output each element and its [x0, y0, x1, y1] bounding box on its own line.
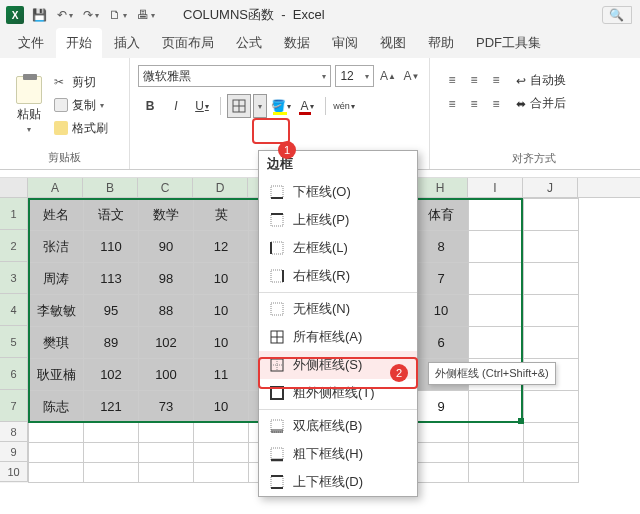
decrease-font-icon[interactable]: A▼ — [402, 65, 421, 87]
cell[interactable] — [139, 443, 194, 463]
border-menu-item[interactable]: 无框线(N) — [259, 295, 417, 323]
col-header[interactable]: A — [28, 178, 83, 197]
cell[interactable] — [194, 463, 249, 483]
search-box[interactable]: 🔍 — [602, 6, 632, 24]
cell[interactable]: 11 — [194, 359, 249, 391]
font-color-button[interactable]: A▾ — [295, 94, 319, 118]
row-header[interactable]: 1 — [0, 198, 28, 230]
underline-button[interactable]: U▾ — [190, 94, 214, 118]
border-button[interactable] — [227, 94, 251, 118]
cell[interactable]: 90 — [139, 231, 194, 263]
cell[interactable]: 95 — [84, 295, 139, 327]
paste-button[interactable]: 粘贴 ▾ — [8, 62, 50, 148]
cell[interactable]: 9 — [414, 391, 469, 423]
col-header[interactable]: C — [138, 178, 193, 197]
cell[interactable] — [524, 423, 579, 443]
cell[interactable]: 10 — [414, 295, 469, 327]
cell[interactable]: 110 — [84, 231, 139, 263]
row-header[interactable]: 2 — [0, 230, 28, 262]
col-header[interactable]: I — [468, 178, 523, 197]
cell[interactable] — [29, 423, 84, 443]
copy-button[interactable]: 复制▾ — [54, 97, 108, 114]
tab-pdf[interactable]: PDF工具集 — [466, 28, 551, 58]
cell[interactable]: 语文 — [84, 199, 139, 231]
tab-home[interactable]: 开始 — [56, 28, 102, 58]
cell[interactable] — [414, 443, 469, 463]
row-header[interactable]: 5 — [0, 326, 28, 358]
row-header[interactable]: 6 — [0, 358, 28, 390]
tab-data[interactable]: 数据 — [274, 28, 320, 58]
font-size-select[interactable]: 12▾ — [335, 65, 374, 87]
cell[interactable] — [524, 463, 579, 483]
cell[interactable]: 98 — [139, 263, 194, 295]
cell[interactable] — [29, 463, 84, 483]
cell[interactable]: 100 — [139, 359, 194, 391]
cell[interactable] — [84, 463, 139, 483]
cell[interactable] — [84, 443, 139, 463]
align-left-icon[interactable]: ≡ — [442, 94, 462, 114]
cell[interactable] — [524, 295, 579, 327]
cell[interactable] — [469, 423, 524, 443]
cell[interactable] — [139, 423, 194, 443]
increase-font-icon[interactable]: A▲ — [378, 65, 397, 87]
border-menu-item[interactable]: 粗外侧框线(T) — [259, 379, 417, 407]
cell[interactable]: 陈志 — [29, 391, 84, 423]
cell[interactable] — [469, 263, 524, 295]
cell[interactable] — [524, 443, 579, 463]
row-header[interactable]: 8 — [0, 422, 28, 442]
cell[interactable] — [524, 199, 579, 231]
cell[interactable]: 88 — [139, 295, 194, 327]
align-bottom-icon[interactable]: ≡ — [486, 70, 506, 90]
cell[interactable]: 12 — [194, 231, 249, 263]
cell[interactable] — [29, 443, 84, 463]
cell[interactable]: 102 — [139, 327, 194, 359]
border-menu-item[interactable]: 粗下框线(H) — [259, 440, 417, 468]
cell[interactable] — [469, 327, 524, 359]
cell[interactable] — [469, 391, 524, 423]
new-file-icon[interactable]: 🗋▾ — [109, 8, 127, 22]
cell[interactable] — [469, 231, 524, 263]
cell[interactable]: 10 — [194, 327, 249, 359]
tab-insert[interactable]: 插入 — [104, 28, 150, 58]
row-header[interactable]: 4 — [0, 294, 28, 326]
tab-layout[interactable]: 页面布局 — [152, 28, 224, 58]
format-painter-button[interactable]: 格式刷 — [54, 120, 108, 137]
cell[interactable]: 7 — [414, 263, 469, 295]
row-header[interactable]: 10 — [0, 462, 28, 482]
merge-center-button[interactable]: ⬌合并后 — [516, 95, 566, 112]
cell[interactable] — [139, 463, 194, 483]
cell[interactable] — [524, 231, 579, 263]
cell[interactable] — [414, 423, 469, 443]
cell[interactable] — [524, 391, 579, 423]
row-header[interactable]: 9 — [0, 442, 28, 462]
border-menu-item[interactable]: 上框线(P) — [259, 206, 417, 234]
italic-button[interactable]: I — [164, 94, 188, 118]
print-icon[interactable]: 🖶▾ — [137, 8, 155, 22]
cell[interactable]: 113 — [84, 263, 139, 295]
cell[interactable] — [469, 463, 524, 483]
cell[interactable]: 体育 — [414, 199, 469, 231]
cell[interactable]: 周涛 — [29, 263, 84, 295]
phonetic-button[interactable]: wén▾ — [332, 94, 356, 118]
bold-button[interactable]: B — [138, 94, 162, 118]
align-middle-icon[interactable]: ≡ — [464, 70, 484, 90]
row-header[interactable]: 3 — [0, 262, 28, 294]
cell[interactable]: 89 — [84, 327, 139, 359]
cell[interactable]: 李敏敏 — [29, 295, 84, 327]
cell[interactable] — [414, 463, 469, 483]
border-menu-item[interactable]: 左框线(L) — [259, 234, 417, 262]
fill-color-button[interactable]: 🪣▾ — [269, 94, 293, 118]
wrap-text-button[interactable]: ↩自动换 — [516, 72, 566, 89]
cell[interactable]: 张洁 — [29, 231, 84, 263]
tab-view[interactable]: 视图 — [370, 28, 416, 58]
cut-button[interactable]: ✂剪切 — [54, 74, 108, 91]
redo-icon[interactable]: ↷▾ — [83, 8, 99, 22]
cell[interactable]: 10 — [194, 295, 249, 327]
font-name-select[interactable]: 微软雅黑▾ — [138, 65, 331, 87]
align-center-icon[interactable]: ≡ — [464, 94, 484, 114]
cell[interactable]: 数学 — [139, 199, 194, 231]
border-menu-item[interactable]: 双底框线(B) — [259, 412, 417, 440]
cell[interactable]: 樊琪 — [29, 327, 84, 359]
row-header[interactable]: 7 — [0, 390, 28, 422]
cell[interactable] — [194, 423, 249, 443]
